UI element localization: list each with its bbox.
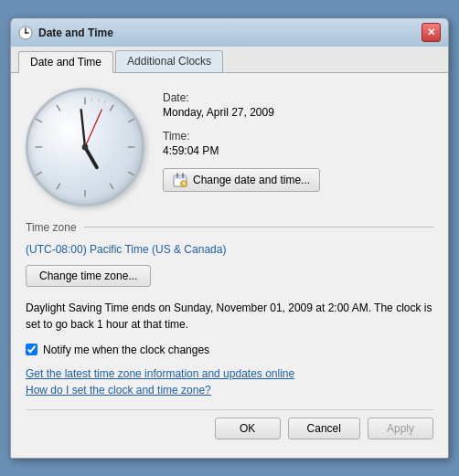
date-time-window: Date and Time ✕ Date and Time Additional… xyxy=(10,18,449,459)
svg-line-19 xyxy=(104,100,105,103)
change-timezone-label: Change time zone... xyxy=(39,270,137,282)
cancel-button[interactable]: Cancel xyxy=(288,418,360,439)
svg-line-6 xyxy=(128,119,134,122)
tab-date-time[interactable]: Date and Time xyxy=(18,51,113,73)
close-button[interactable]: ✕ xyxy=(422,23,441,42)
timezone-divider: Time zone xyxy=(26,221,433,234)
svg-line-5 xyxy=(110,104,113,111)
links-section: Get the latest time zone information and… xyxy=(26,367,433,397)
time-label: Time: xyxy=(163,130,433,143)
ok-button[interactable]: OK xyxy=(215,418,281,439)
time-value: 4:59:04 PM xyxy=(163,144,433,157)
window-icon xyxy=(18,26,33,40)
clock-face xyxy=(26,88,144,206)
timezone-value: (UTC-08:00) Pacific Time (US & Canada) xyxy=(26,243,433,256)
svg-line-8 xyxy=(128,172,134,175)
button-bar: OK Cancel Apply xyxy=(26,409,433,443)
svg-line-22 xyxy=(85,110,101,147)
clock-svg xyxy=(28,90,142,204)
svg-line-18 xyxy=(98,98,99,101)
tab-bar: Date and Time Additional Clocks xyxy=(11,47,448,73)
tab-additional-clocks[interactable]: Additional Clocks xyxy=(115,50,223,72)
change-timezone-button[interactable]: Change time zone... xyxy=(26,265,151,287)
date-label: Date: xyxy=(163,91,433,104)
svg-line-21 xyxy=(81,110,85,147)
dst-text: Daylight Saving Time ends on Sunday, Nov… xyxy=(26,300,433,333)
svg-point-23 xyxy=(82,143,89,150)
window-title: Date and Time xyxy=(38,26,113,39)
main-section: Date: Monday, April 27, 2009 Time: 4:59:… xyxy=(26,88,433,206)
svg-line-12 xyxy=(36,172,42,175)
svg-rect-25 xyxy=(174,175,187,179)
apply-button[interactable]: Apply xyxy=(368,418,433,439)
notify-label: Notify me when the clock changes xyxy=(43,344,209,356)
title-bar: Date and Time ✕ xyxy=(11,19,448,47)
calendar-icon xyxy=(173,173,187,187)
date-value: Monday, April 27, 2009 xyxy=(163,106,433,119)
svg-line-11 xyxy=(57,183,60,189)
clock-container xyxy=(26,88,144,206)
divider-line xyxy=(84,227,433,227)
notify-checkbox-row: Notify me when the clock changes xyxy=(26,344,433,356)
tab-content: Date: Monday, April 27, 2009 Time: 4:59:… xyxy=(11,73,448,458)
svg-line-15 xyxy=(57,104,60,111)
svg-line-9 xyxy=(110,183,113,189)
link-set-clock[interactable]: How do I set the clock and time zone? xyxy=(26,384,433,397)
change-date-time-label: Change date and time... xyxy=(193,174,310,186)
svg-line-20 xyxy=(85,147,97,167)
notify-checkbox[interactable] xyxy=(26,344,37,355)
link-timezone-info[interactable]: Get the latest time zone information and… xyxy=(26,367,433,380)
title-bar-left: Date and Time xyxy=(18,26,113,40)
date-time-info: Date: Monday, April 27, 2009 Time: 4:59:… xyxy=(163,88,433,206)
timezone-section-label: Time zone xyxy=(26,221,77,234)
svg-point-3 xyxy=(25,32,27,34)
svg-line-14 xyxy=(36,119,42,122)
svg-line-30 xyxy=(184,184,186,185)
change-date-time-button[interactable]: Change date and time... xyxy=(163,168,320,192)
